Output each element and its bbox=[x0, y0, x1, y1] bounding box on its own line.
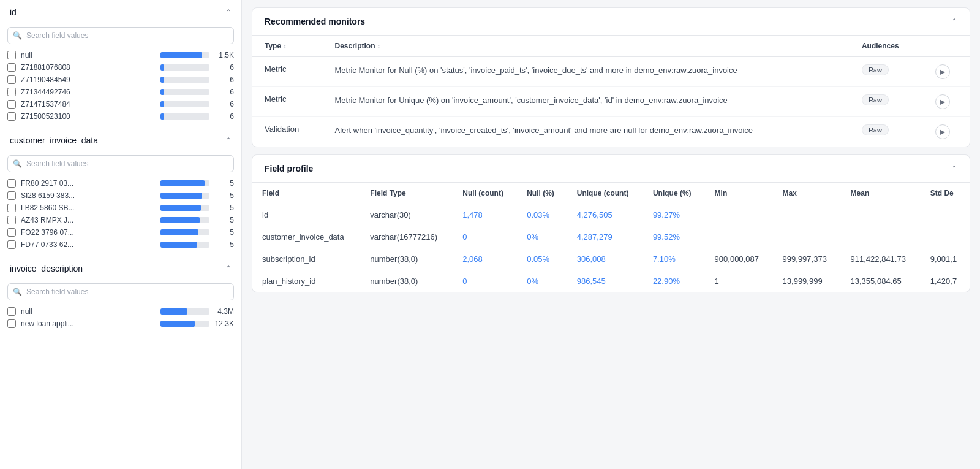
field-value-link[interactable]: 986,545 bbox=[577, 276, 606, 286]
monitor-action[interactable]: ▶ bbox=[923, 87, 970, 117]
field-profile-cell[interactable]: 0 bbox=[453, 270, 517, 292]
filter-checkbox[interactable] bbox=[7, 179, 16, 188]
monitor-type: Metric bbox=[252, 87, 322, 117]
field-profile-cell[interactable]: 0.03% bbox=[517, 204, 567, 226]
field-profile-cell: varchar(16777216) bbox=[360, 226, 453, 248]
col-actions bbox=[923, 36, 970, 57]
filter-checkbox[interactable] bbox=[7, 100, 16, 109]
field-profile-cell: 13,999,999 bbox=[773, 270, 841, 292]
filter-checkbox[interactable] bbox=[7, 63, 16, 72]
field-value-link[interactable]: 0 bbox=[462, 232, 467, 242]
bar-fill bbox=[160, 113, 164, 120]
filter-checkbox[interactable] bbox=[7, 307, 16, 316]
field-profile-cell[interactable]: 99.27% bbox=[643, 204, 705, 226]
filter-header-id[interactable]: id ⌃ bbox=[0, 0, 241, 25]
field-profile-cell[interactable]: 1,478 bbox=[453, 204, 517, 226]
filter-item-label: null bbox=[21, 307, 156, 316]
field-profile-cell bbox=[921, 204, 970, 226]
field-profile-cell[interactable]: 306,008 bbox=[567, 248, 643, 270]
search-input-invoice_description[interactable] bbox=[7, 283, 234, 300]
field-profile-cell[interactable]: 986,545 bbox=[567, 270, 643, 292]
filter-header-customer_invoice_data[interactable]: customer_invoice_data ⌃ bbox=[0, 128, 241, 153]
bar-fill bbox=[160, 229, 198, 235]
filter-count: 5 bbox=[214, 216, 234, 224]
field-profile-cell: customer_invoice_data bbox=[252, 226, 360, 248]
col-type: Type ↕ bbox=[252, 36, 322, 57]
filter-item: FR80 2917 03...5 bbox=[0, 177, 241, 189]
field-profile-cell[interactable]: 0.05% bbox=[517, 248, 567, 270]
field-value-link[interactable]: 22.90% bbox=[653, 276, 680, 286]
filter-item: Z713444927466 bbox=[0, 86, 241, 98]
bar-fill bbox=[160, 217, 200, 223]
field-value-link[interactable]: 4,276,505 bbox=[577, 210, 612, 219]
field-profile-cell bbox=[773, 226, 841, 248]
field-profile-cell[interactable]: 0% bbox=[517, 226, 567, 248]
field-profile-cell: 1,420,7 bbox=[921, 270, 970, 292]
field-value-link[interactable]: 99.52% bbox=[653, 232, 680, 242]
field-profile-cell bbox=[841, 204, 921, 226]
filter-checkbox[interactable] bbox=[7, 88, 16, 96]
chevron-up-icon: ⌃ bbox=[225, 8, 232, 17]
filter-checkbox[interactable] bbox=[7, 75, 16, 84]
field-profile-cell[interactable]: 4,287,279 bbox=[567, 226, 643, 248]
field-profile-cell[interactable]: 4,276,505 bbox=[567, 204, 643, 226]
bar-container bbox=[160, 242, 209, 248]
field-profile-cell[interactable]: 0% bbox=[517, 270, 567, 292]
monitor-navigate-btn[interactable]: ▶ bbox=[935, 64, 950, 79]
filter-checkbox[interactable] bbox=[7, 240, 16, 249]
filter-item: Z715005231006 bbox=[0, 110, 241, 123]
field-value-link[interactable]: 0.03% bbox=[527, 210, 549, 219]
search-input-customer_invoice_data[interactable] bbox=[7, 155, 234, 172]
filter-checkbox[interactable] bbox=[7, 51, 16, 59]
bar-fill bbox=[160, 180, 205, 186]
fp-col-header: Mean bbox=[841, 183, 921, 204]
field-profile-cell[interactable]: 99.52% bbox=[643, 226, 705, 248]
filter-item-label: FO22 3796 07... bbox=[21, 228, 156, 237]
filter-checkbox[interactable] bbox=[7, 112, 16, 121]
monitor-action[interactable]: ▶ bbox=[923, 117, 970, 147]
filter-checkbox[interactable] bbox=[7, 204, 16, 212]
field-profile-cell: 1 bbox=[705, 270, 773, 292]
monitor-action[interactable]: ▶ bbox=[923, 57, 970, 87]
field-profile-cell[interactable]: 7.10% bbox=[643, 248, 705, 270]
field-value-link[interactable]: 306,008 bbox=[577, 254, 606, 264]
field-value-link[interactable]: 1,478 bbox=[462, 210, 483, 219]
field-profile-cell: 9,001,1 bbox=[921, 248, 970, 270]
field-profile-cell[interactable]: 2,068 bbox=[453, 248, 517, 270]
field-profile-cell[interactable]: 22.90% bbox=[643, 270, 705, 292]
chevron-up-icon: ⌃ bbox=[225, 264, 232, 273]
field-value-link[interactable]: 4,287,279 bbox=[577, 232, 612, 242]
bar-container bbox=[160, 205, 209, 211]
search-input-id[interactable] bbox=[7, 27, 234, 44]
recommended-monitors-table: Type ↕ Description ↕ Audiences Metric Me… bbox=[252, 36, 970, 147]
monitor-navigate-btn[interactable]: ▶ bbox=[935, 94, 950, 109]
filter-checkbox[interactable] bbox=[7, 319, 16, 328]
fp-col-header: Std De bbox=[921, 183, 970, 204]
filter-count: 6 bbox=[214, 112, 234, 121]
monitor-navigate-btn[interactable]: ▶ bbox=[935, 124, 950, 139]
filter-checkbox[interactable] bbox=[7, 216, 16, 224]
field-value-link[interactable]: 0 bbox=[462, 276, 467, 286]
filter-checkbox[interactable] bbox=[7, 228, 16, 237]
field-value-link[interactable]: 99.27% bbox=[653, 210, 680, 219]
field-value-link[interactable]: 0% bbox=[527, 276, 538, 286]
field-value-link[interactable]: 0.05% bbox=[527, 254, 549, 264]
filter-header-invoice_description[interactable]: invoice_description ⌃ bbox=[0, 256, 241, 281]
chevron-up-icon: ⌃ bbox=[951, 164, 957, 173]
filter-item-label: AZ43 RMPX J... bbox=[21, 216, 156, 224]
bar-container bbox=[160, 113, 209, 120]
filter-count: 5 bbox=[214, 179, 234, 188]
field-value-link[interactable]: 0% bbox=[527, 232, 538, 242]
fp-col-header: Unique (count) bbox=[567, 183, 643, 204]
filter-title-customer_invoice_data: customer_invoice_data bbox=[10, 135, 98, 145]
field-value-link[interactable]: 7.10% bbox=[653, 254, 676, 264]
field-profile-cell bbox=[705, 226, 773, 248]
monitor-audience: Raw bbox=[850, 57, 923, 87]
col-audiences: Audiences bbox=[850, 36, 923, 57]
field-value-link[interactable]: 2,068 bbox=[462, 254, 483, 264]
search-box-invoice_description: 🔍 bbox=[7, 283, 234, 300]
field-profile-cell[interactable]: 0 bbox=[453, 226, 517, 248]
field-profile-cell: 911,422,841.73 bbox=[841, 248, 921, 270]
filter-checkbox[interactable] bbox=[7, 191, 16, 200]
field-profile-row: plan_history_idnumber(38,0)00%986,54522.… bbox=[252, 270, 970, 292]
